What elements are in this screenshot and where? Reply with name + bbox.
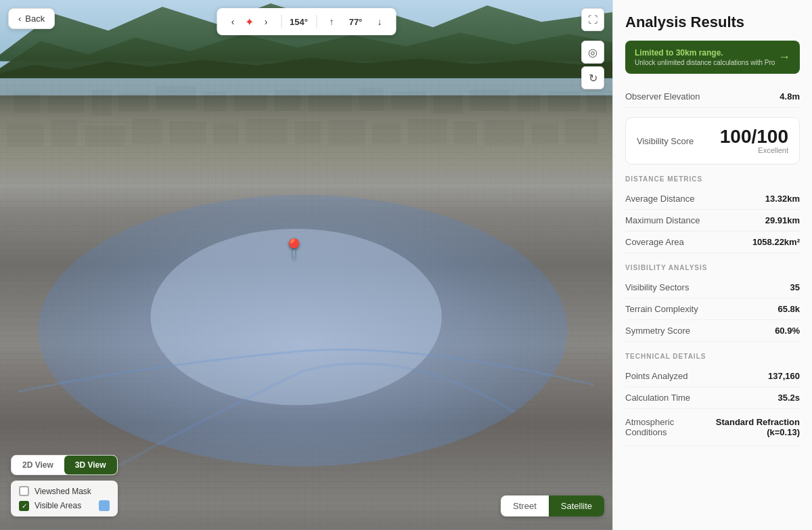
street-map-button[interactable]: Street xyxy=(501,495,549,516)
svg-rect-25 xyxy=(169,121,206,145)
visibility-overlay xyxy=(18,175,594,466)
back-button[interactable]: ‹ Back xyxy=(8,8,55,29)
svg-rect-21 xyxy=(7,123,44,147)
atmospheric-label-container: Atmospheric Conditions xyxy=(625,417,674,437)
tilt-value: 77° xyxy=(344,17,367,27)
observer-elevation-row: Observer Elevation 4.8m xyxy=(625,86,800,108)
max-distance-row: Maximum Distance 29.91km xyxy=(625,210,800,231)
svg-rect-19 xyxy=(547,91,580,112)
visibility-sectors-row: Visibility Sectors 35 xyxy=(625,277,800,299)
right-panel: Analysis Results Limited to 30km range. … xyxy=(612,0,812,530)
map-pin: 📍 xyxy=(282,238,306,260)
nav-divider-1 xyxy=(281,15,281,28)
promo-arrow-icon: → xyxy=(778,50,790,64)
viewshed-mask-label: Viewshed Mask xyxy=(35,487,91,496)
arrow-down-icon: ↓ xyxy=(378,16,382,27)
arrow-up-icon: ↑ xyxy=(330,16,334,27)
view-2d-button[interactable]: 2D View xyxy=(12,456,64,474)
svg-rect-18 xyxy=(517,93,541,112)
svg-rect-16 xyxy=(433,94,463,114)
heading-value: 154° xyxy=(287,17,311,27)
calculation-time-row: Calculation Time 35.2s xyxy=(625,387,800,409)
svg-rect-10 xyxy=(203,91,227,112)
tilt-down-button[interactable]: ↓ xyxy=(370,12,389,31)
refresh-icon: ↻ xyxy=(589,72,597,85)
map-topbar: ‹ ✦ › 154° ↑ 77° ↓ xyxy=(217,8,396,35)
atmospheric-value-1: Standard Refraction xyxy=(716,417,800,427)
back-label: Back xyxy=(25,14,45,24)
symmetry-score-label: Symmetry Score xyxy=(625,326,690,336)
points-analyzed-row: Points Analyzed 137,160 xyxy=(625,366,800,387)
symmetry-score-value: 60.9% xyxy=(775,326,800,336)
svg-rect-33 xyxy=(484,120,524,146)
svg-rect-7 xyxy=(91,89,112,116)
nav-next-button[interactable]: › xyxy=(256,12,275,31)
fullscreen-icon: ⛶ xyxy=(588,14,597,25)
promo-title: Limited to 30km range. xyxy=(635,48,775,58)
chevron-left-icon: ‹ xyxy=(231,16,235,27)
promo-text: Limited to 30km range. Unlock unlimited … xyxy=(635,48,775,66)
observer-label: Observer Elevation xyxy=(625,91,700,102)
svg-rect-29 xyxy=(328,120,365,146)
max-distance-label: Maximum Distance xyxy=(625,215,700,225)
nav-prev-button[interactable]: ‹ xyxy=(223,12,242,31)
atmospheric-value-2: (k=0.13) xyxy=(716,427,800,437)
visibility-sectors-label: Visibility Sectors xyxy=(625,282,689,292)
nav-divider-2 xyxy=(316,15,317,28)
visible-areas-checkbox[interactable] xyxy=(19,501,29,511)
score-value-container: 100/100 Excellent xyxy=(720,127,788,154)
visibility-analysis-header: Visibility Analysis xyxy=(625,264,800,271)
max-distance-value: 29.91km xyxy=(765,215,800,225)
atmospheric-value-container: Standard Refraction (k=0.13) xyxy=(716,417,800,437)
terrain-complexity-label: Terrain Complexity xyxy=(625,304,698,314)
visible-areas-layer: Visible Areas xyxy=(19,500,110,511)
points-analyzed-label: Points Analyzed xyxy=(625,371,688,381)
visibility-sectors-value: 35 xyxy=(790,282,800,292)
svg-rect-27 xyxy=(246,118,288,144)
score-label: Visibility Score xyxy=(637,136,694,146)
points-analyzed-value: 137,160 xyxy=(768,371,800,381)
terrain-complexity-row: Terrain Complexity 65.8k xyxy=(625,299,800,320)
chevron-right-icon: › xyxy=(265,16,268,27)
svg-rect-17 xyxy=(470,89,510,111)
svg-rect-9 xyxy=(156,86,196,110)
map-scene xyxy=(0,0,612,530)
svg-rect-6 xyxy=(47,96,85,113)
svg-rect-22 xyxy=(51,120,78,147)
promo-subtitle: Unlock unlimited distance calculations w… xyxy=(635,59,775,66)
svg-rect-34 xyxy=(531,123,558,145)
svg-rect-13 xyxy=(308,93,352,112)
satellite-map-button[interactable]: Satellite xyxy=(549,495,604,516)
viewshed-mask-checkbox[interactable] xyxy=(19,486,29,496)
promo-banner[interactable]: Limited to 30km range. Unlock unlimited … xyxy=(625,41,800,74)
svg-rect-31 xyxy=(407,118,447,144)
map-right-controls: ◎ ↻ xyxy=(581,41,604,89)
fullscreen-button[interactable]: ⛶ xyxy=(581,8,604,31)
svg-rect-32 xyxy=(453,121,477,145)
score-quality: Excellent xyxy=(720,146,788,154)
calculation-time-value: 35.2s xyxy=(777,393,800,403)
svg-rect-15 xyxy=(391,91,426,110)
layer-controls: Viewshed Mask Visible Areas xyxy=(11,481,118,516)
symmetry-score-row: Symmetry Score 60.9% xyxy=(625,320,800,342)
refresh-button[interactable]: ↻ xyxy=(581,66,604,89)
coverage-area-label: Coverage Area xyxy=(625,237,684,247)
terrain-complexity-value: 65.8k xyxy=(777,304,800,314)
location-icon: ◎ xyxy=(588,46,597,59)
panel-title: Analysis Results xyxy=(625,14,800,31)
svg-rect-8 xyxy=(118,93,149,112)
svg-rect-35 xyxy=(565,118,599,144)
view-3d-button[interactable]: 3D View xyxy=(64,456,117,474)
svg-rect-14 xyxy=(359,87,384,111)
coverage-area-row: Coverage Area 1058.22km² xyxy=(625,231,800,253)
tilt-up-button[interactable]: ↑ xyxy=(322,12,341,31)
observer-value: 4.8m xyxy=(780,91,800,102)
map-type-controls: Street Satellite xyxy=(501,495,604,516)
location-button[interactable]: ◎ xyxy=(581,41,604,64)
svg-rect-26 xyxy=(213,123,239,145)
score-number: 100/100 xyxy=(720,127,788,146)
average-distance-value: 13.32km xyxy=(765,194,800,204)
map-container[interactable]: 📍 ‹ Back ‹ ✦ › 154° ↑ 77° ↓ ⛶ ◎ ↻ xyxy=(0,0,612,530)
atmospheric-row: Atmospheric Conditions Standard Refracti… xyxy=(625,409,800,446)
atmospheric-label-2: Conditions xyxy=(625,427,674,437)
